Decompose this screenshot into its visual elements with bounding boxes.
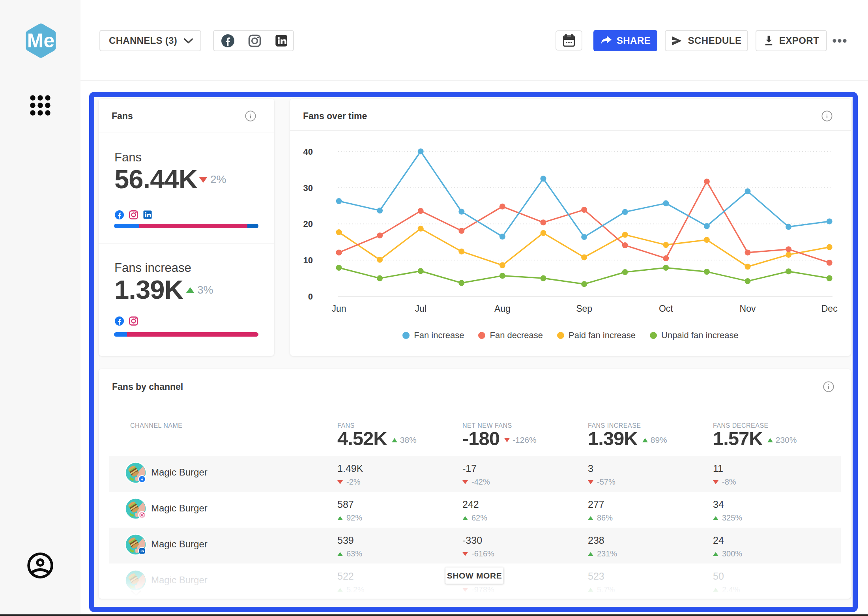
svg-text:Nov: Nov <box>740 303 756 314</box>
svg-text:Oct: Oct <box>659 303 673 314</box>
svg-text:Aug: Aug <box>494 303 511 314</box>
svg-text:Sep: Sep <box>576 303 592 314</box>
svg-text:Dec: Dec <box>821 303 838 314</box>
svg-text:40: 40 <box>303 147 313 157</box>
svg-text:30: 30 <box>303 183 313 193</box>
svg-text:Jul: Jul <box>415 303 426 314</box>
svg-text:0: 0 <box>308 292 313 301</box>
svg-text:20: 20 <box>303 219 313 229</box>
svg-text:Me: Me <box>27 30 54 52</box>
svg-text:10: 10 <box>303 255 313 265</box>
svg-text:Jun: Jun <box>331 303 346 314</box>
